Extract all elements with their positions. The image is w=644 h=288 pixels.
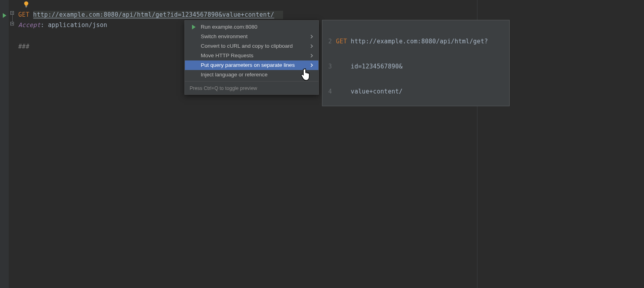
http-method: GET: [18, 11, 29, 18]
menu-item-label: Inject language or reference: [201, 72, 268, 78]
http-header-value: : application/json: [41, 21, 107, 29]
menu-item-label: Convert to cURL and copy to clipboard: [201, 43, 293, 49]
svg-rect-1: [25, 7, 27, 7]
menu-item-label: Move HTTP Requests: [201, 53, 254, 58]
run-icon: [190, 24, 197, 30]
preview-text: value+content/: [336, 88, 403, 95]
fold-gutter: [9, 0, 17, 288]
intention-menu: Run example.com:8080 Switch environment …: [184, 20, 319, 95]
preview-text: id=1234567890&: [336, 63, 403, 70]
preview-line-number: 3: [325, 61, 332, 72]
http-request-line[interactable]: GET http://example.com:8080/api/html/get…: [18, 11, 274, 20]
menu-item-switch-environment[interactable]: Switch environment: [185, 32, 318, 41]
chevron-right-icon: [309, 53, 314, 58]
preview-tooltip: 2GET http://example.com:8080/api/html/ge…: [322, 20, 510, 106]
menu-item-move-requests[interactable]: Move HTTP Requests: [185, 51, 318, 60]
menu-separator: [185, 81, 318, 82]
http-url: http://example.com:8080/api/html/get?id=…: [33, 11, 274, 18]
fold-handle-top[interactable]: [10, 11, 14, 15]
preview-row: 2GET http://example.com:8080/api/html/ge…: [322, 36, 509, 47]
run-gutter-icon[interactable]: [1, 12, 8, 19]
preview-text: http://example.com:8080/api/html/get?: [351, 38, 488, 45]
menu-item-run[interactable]: Run example.com:8080: [185, 22, 318, 32]
preview-method: GET: [336, 38, 347, 45]
preview-line-number: 2: [325, 36, 332, 47]
run-gutter: [0, 0, 9, 288]
menu-item-label: Switch environment: [201, 33, 248, 39]
fold-handle-bottom[interactable]: [10, 22, 14, 25]
menu-item-put-query-params[interactable]: Put query parameters on separate lines: [185, 60, 318, 70]
http-separator[interactable]: ###: [18, 43, 29, 50]
http-header-line[interactable]: Accept: application/json: [18, 21, 107, 29]
menu-item-inject-language[interactable]: Inject language or reference: [185, 70, 318, 80]
preview-row: 4 value+content/: [322, 86, 509, 97]
chevron-right-icon: [309, 62, 314, 68]
menu-hint: Press Ctrl+Q to toggle preview: [185, 83, 318, 94]
intention-bulb-icon[interactable]: [22, 0, 30, 8]
menu-item-label: Put query parameters on separate lines: [201, 62, 295, 68]
menu-item-label: Run example.com:8080: [201, 24, 258, 30]
preview-row: 3 id=1234567890&: [322, 61, 509, 72]
svg-rect-0: [25, 6, 27, 6]
http-header-name: Accept: [18, 21, 41, 29]
chevron-right-icon: [309, 43, 314, 49]
preview-line-number: 4: [325, 86, 332, 97]
menu-item-convert-curl[interactable]: Convert to cURL and copy to clipboard: [185, 41, 318, 51]
chevron-right-icon: [309, 34, 314, 39]
